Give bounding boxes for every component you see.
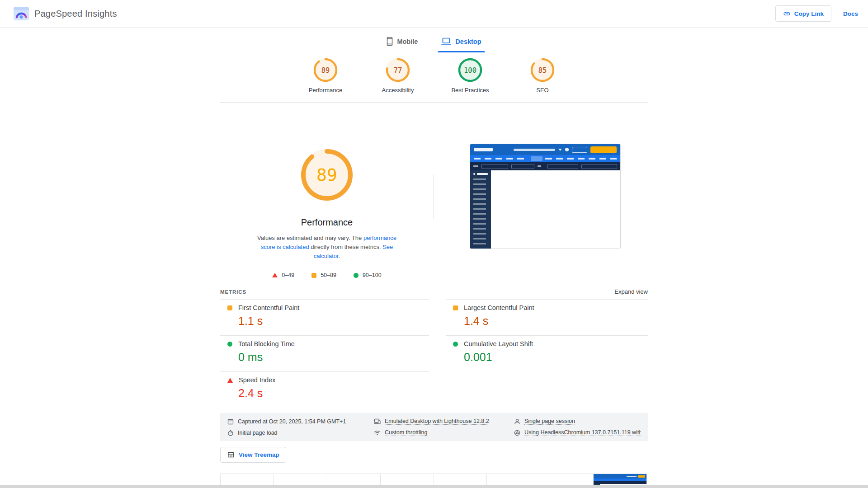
good-circle-icon — [227, 342, 232, 347]
active-tab-underline — [438, 51, 485, 52]
metric-value: 0 ms — [238, 351, 429, 364]
metric-label: First Contentful Paint — [238, 304, 299, 311]
score-label: Best Practices — [451, 87, 489, 94]
thumb-filter-select — [511, 164, 535, 169]
view-treemap-button[interactable]: View Treemap — [220, 447, 286, 463]
performance-description: Values are estimated and may vary. The p… — [251, 234, 403, 261]
device-tabs: Mobile Desktop — [0, 34, 868, 52]
metric-cumulative-layout-shift: Cumulative Layout Shift 0.001 — [446, 335, 648, 371]
thumb-avatar — [565, 148, 569, 151]
desc-text: Values are estimated and may vary. The — [257, 235, 363, 241]
metric-speed-index: Speed Index 2.4 s — [220, 371, 429, 408]
throttling-text[interactable]: Custom throttling — [385, 429, 427, 436]
docs-link[interactable]: Docs — [843, 10, 858, 17]
link-icon — [783, 10, 791, 18]
thumb-orange-button — [590, 146, 617, 153]
poor-triangle-icon — [272, 273, 278, 277]
score-range-legend: 0–49 50–89 90–100 — [272, 272, 381, 278]
metric-value: 0.001 — [464, 351, 648, 364]
score-gauge-accessibility[interactable]: 77 Accessibility — [371, 57, 425, 94]
thumb-outline-button — [572, 147, 587, 153]
tab-mobile-label: Mobile — [397, 38, 418, 45]
person-icon — [514, 418, 520, 425]
session-text[interactable]: Single page session — [524, 418, 575, 425]
thumb-caret-icon — [558, 149, 562, 151]
desktop-laptop-icon — [441, 38, 451, 45]
thumb-sidebar — [470, 170, 491, 249]
thumb-filter-label — [538, 165, 541, 167]
thumb-filter-select — [481, 164, 508, 169]
good-circle-icon — [453, 342, 458, 347]
captured-at-text: Captured at Oct 20, 2025, 1:54 PM GMT+1 — [238, 418, 346, 425]
legend-label: 90–100 — [363, 272, 382, 278]
session-info: Single page session — [514, 418, 641, 425]
thumb-topbar — [470, 144, 620, 155]
wifi-icon — [374, 430, 381, 436]
copy-link-label: Copy Link — [794, 10, 824, 17]
legend-label: 0–49 — [282, 272, 294, 278]
performance-main-gauge: 89 — [298, 146, 355, 205]
initial-load-info: Initial page load — [227, 429, 374, 436]
score-label: Performance — [309, 87, 342, 94]
performance-overview-section: 89 Performance Values are estimated and … — [220, 103, 648, 278]
svg-text:89: 89 — [321, 66, 330, 75]
capture-info-bar: Captured at Oct 20, 2025, 1:54 PM GMT+1 … — [220, 413, 648, 441]
metric-value: 2.4 s — [238, 387, 429, 400]
average-square-icon — [311, 273, 316, 278]
chromium-info: Using HeadlessChromium 137.0.7151.119 wi… — [514, 429, 641, 436]
copy-link-button[interactable]: Copy Link — [775, 5, 831, 22]
thumb-logo — [474, 148, 493, 151]
page-screenshot-thumbnail[interactable] — [470, 144, 621, 249]
stopwatch-icon — [227, 430, 234, 436]
score-gauge-best-practices[interactable]: 100 Best Practices — [443, 57, 497, 94]
metric-largest-contentful-paint: Largest Contentful Paint 1.4 s — [446, 299, 648, 335]
score-gauge-performance[interactable]: 89 Performance — [299, 57, 352, 94]
thumb-nav-items — [545, 158, 617, 160]
emulated-device-info: Emulated Desktop with Lighthouse 12.8.2 — [374, 418, 514, 425]
poor-triangle-icon — [227, 378, 233, 383]
thumb-topbar — [594, 474, 646, 479]
legend-item-good: 90–100 — [354, 272, 382, 278]
svg-text:100: 100 — [464, 66, 476, 75]
metric-label: Speed Index — [239, 376, 275, 384]
chromium-text[interactable]: Using HeadlessChromium 137.0.7151.119 wi… — [524, 429, 641, 436]
score-label: SEO — [536, 87, 548, 94]
pagespeed-logo-icon — [14, 7, 29, 20]
legend-item-average: 50–89 — [311, 272, 336, 278]
tab-mobile[interactable]: Mobile — [385, 34, 420, 52]
tab-desktop[interactable]: Desktop — [439, 34, 483, 52]
calendar-icon — [227, 418, 234, 425]
app-header: PageSpeed Insights Copy Link Docs — [0, 0, 868, 28]
thumb-filter-search — [547, 164, 578, 169]
desc-text: directly from these metrics. — [309, 244, 383, 250]
score-gauge-seo[interactable]: 85 SEO — [516, 57, 569, 94]
page-title: PageSpeed Insights — [34, 9, 117, 19]
captured-at-info: Captured at Oct 20, 2025, 1:54 PM GMT+1 — [227, 418, 374, 425]
average-square-icon — [227, 305, 232, 310]
thumb-nav-items — [474, 158, 528, 160]
metric-value: 1.4 s — [464, 314, 648, 328]
svg-text:89: 89 — [316, 165, 337, 185]
expand-view-button[interactable]: Expand view — [614, 288, 648, 295]
score-label: Accessibility — [382, 87, 414, 94]
chromium-globe-icon — [514, 430, 520, 436]
good-circle-icon — [354, 273, 359, 278]
svg-text:77: 77 — [394, 66, 402, 75]
thumb-filter-label — [473, 165, 478, 167]
page-bottom-edge — [0, 485, 868, 488]
metric-total-blocking-time: Total Blocking Time 0 ms — [220, 335, 429, 371]
thumb-sidebar-items — [473, 178, 486, 246]
average-square-icon — [453, 305, 458, 310]
initial-load-text: Initial page load — [238, 430, 278, 436]
thumb-content-area — [491, 170, 620, 249]
mobile-phone-icon — [387, 37, 393, 46]
thumb-filterbar — [470, 162, 620, 170]
metric-first-contentful-paint: First Contentful Paint 1.1 s — [220, 299, 429, 335]
metric-value: 1.1 s — [238, 314, 429, 328]
view-treemap-label: View Treemap — [239, 451, 279, 458]
metric-label: Total Blocking Time — [238, 340, 295, 347]
thumb-account-text — [514, 149, 555, 151]
emulated-device-text[interactable]: Emulated Desktop with Lighthouse 12.8.2 — [385, 418, 489, 425]
metrics-heading: METRICS — [220, 289, 246, 295]
throttling-info: Custom throttling — [374, 429, 514, 436]
